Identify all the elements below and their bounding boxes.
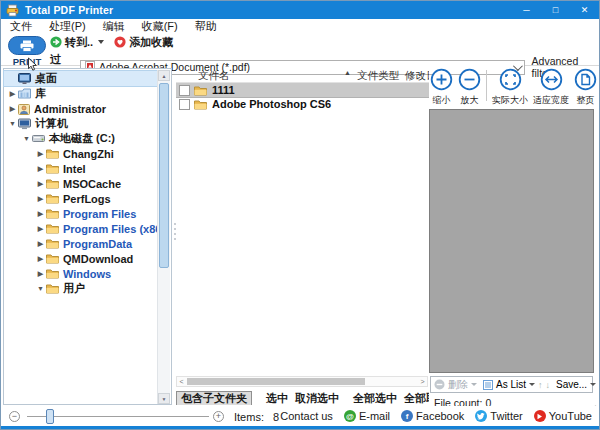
list-view-icon: [483, 380, 493, 390]
user-icon: [18, 103, 30, 115]
window-title: Total PDF Printer: [25, 4, 113, 16]
menu-item[interactable]: 帮助: [195, 19, 217, 34]
tree-item[interactable]: ▶Program Files: [4, 206, 158, 221]
file-list-row[interactable]: 1111: [176, 83, 429, 97]
column-filename[interactable]: 文件名: [198, 69, 230, 83]
move-up-icon[interactable]: ↑: [538, 380, 543, 390]
h-scrollbar-thumb[interactable]: [187, 378, 365, 385]
zoom-plus-button[interactable]: 缩小: [430, 68, 453, 107]
link-label: YouTube: [549, 410, 592, 422]
horizontal-scrollbar[interactable]: < >: [176, 376, 428, 387]
add-favorite-button[interactable]: 添加收藏: [114, 35, 173, 50]
tree-item-label: 用户: [63, 281, 85, 296]
expand-arrow-icon[interactable]: ▶: [35, 270, 46, 278]
statusbar: − + Items: 8 Contact us @E-mailfFacebook…: [1, 406, 599, 428]
menu-item[interactable]: 收藏(F): [142, 19, 178, 34]
column-filetype[interactable]: 文件类型: [357, 69, 399, 83]
goto-button[interactable]: 转到..: [50, 35, 104, 50]
tree-item-label: Program Files (x86): [63, 223, 165, 235]
computer-icon: [18, 118, 31, 130]
size-slider[interactable]: [27, 416, 209, 417]
scroll-left-icon[interactable]: <: [177, 377, 186, 386]
menu-item[interactable]: 编辑: [103, 19, 125, 34]
link-label: E-mail: [359, 410, 390, 422]
slider-thumb[interactable]: [46, 409, 54, 424]
tree-item[interactable]: ▶ChangZhi: [4, 146, 158, 161]
maximize-icon[interactable]: □: [541, 1, 570, 19]
tree-item[interactable]: ▶QMDownload: [4, 251, 158, 266]
selection-button-bar: 包含子文件夹选中取消选中全部选中全部取消选中还: [176, 390, 429, 405]
slider-minus-icon[interactable]: −: [9, 411, 20, 422]
folder-icon: [46, 208, 59, 219]
tree-item-label: Program Files: [63, 208, 136, 220]
folder-icon: [194, 99, 207, 110]
menu-item[interactable]: 文件: [10, 19, 32, 34]
delete-button[interactable]: 删除: [448, 378, 468, 392]
zoom-minus-button[interactable]: 放大: [458, 68, 481, 107]
view-mode-dropdown-icon[interactable]: [529, 383, 535, 386]
expand-arrow-icon[interactable]: ▶: [35, 180, 46, 188]
e-mail-link[interactable]: @E-mail: [344, 410, 390, 422]
contact-us-link[interactable]: Contact us: [280, 410, 333, 422]
expand-arrow-icon[interactable]: ▶: [35, 255, 46, 263]
selection-button[interactable]: 全部选中: [353, 391, 397, 406]
expand-arrow-icon[interactable]: ▶: [7, 105, 18, 113]
zoom-page-button[interactable]: 整页: [574, 68, 597, 107]
move-down-icon[interactable]: ↓: [546, 380, 551, 390]
tree-item[interactable]: ▼本地磁盘 (C:): [4, 131, 158, 146]
expand-arrow-icon[interactable]: ▶: [35, 240, 46, 248]
tree-scrollbar-thumb[interactable]: [159, 83, 169, 268]
twitter-link[interactable]: Twitter: [475, 410, 522, 422]
save-dropdown-icon[interactable]: [590, 383, 596, 386]
tree-item[interactable]: ▶MSOCache: [4, 176, 158, 191]
zoom-width-button[interactable]: 适应宽度: [533, 68, 569, 107]
zoom-actual-button[interactable]: 实际大小: [492, 68, 528, 107]
tree-item[interactable]: ▶库: [4, 86, 158, 101]
tree-item[interactable]: ▶Administrator: [4, 101, 158, 116]
menu-item[interactable]: 处理(P): [49, 19, 86, 34]
scroll-up-icon[interactable]: ▲: [158, 70, 170, 81]
close-icon[interactable]: ✕: [570, 1, 599, 19]
tree-item[interactable]: ▶ProgramData: [4, 236, 158, 251]
facebook-link[interactable]: fFacebook: [401, 410, 464, 422]
goto-dropdown-icon: [98, 40, 104, 44]
tree-item-label: ProgramData: [63, 238, 132, 250]
expand-arrow-icon[interactable]: ▶: [35, 150, 46, 158]
expand-arrow-icon[interactable]: ▶: [35, 165, 46, 173]
file-checkbox[interactable]: [179, 85, 190, 96]
expand-arrow-icon[interactable]: ▶: [35, 195, 46, 203]
save-button[interactable]: Save...: [556, 379, 587, 390]
app-window: Total PDF Printer ─ □ ✕ 文件处理(P)编辑收藏(F)帮助…: [0, 0, 600, 430]
scroll-right-icon[interactable]: >: [418, 377, 427, 386]
tree-item[interactable]: ▶Windows: [4, 266, 158, 281]
expand-arrow-icon[interactable]: ▶: [7, 90, 18, 98]
collapse-arrow-icon[interactable]: ▼: [7, 120, 18, 127]
selection-button[interactable]: 取消选中: [295, 391, 339, 406]
goto-arrow-icon: [50, 36, 62, 48]
tree-item[interactable]: ▼计算机: [4, 116, 158, 131]
tree-item[interactable]: ▼用户: [4, 281, 158, 296]
selection-button[interactable]: 包含子文件夹: [176, 391, 252, 406]
expand-arrow-icon[interactable]: ▶: [35, 210, 46, 218]
delete-dropdown-icon[interactable]: [471, 383, 477, 386]
tree-item[interactable]: ▶Program Files (x86): [4, 221, 158, 236]
slider-plus-icon[interactable]: +: [213, 411, 224, 422]
view-mode-button[interactable]: As List: [496, 379, 526, 390]
tree-scrollbar[interactable]: ▲ ▼: [157, 70, 170, 404]
tree-item-label: 桌面: [35, 71, 57, 86]
selection-button[interactable]: 全部取消选中: [404, 391, 429, 406]
items-label: Items:: [234, 411, 264, 423]
tree-item-label: QMDownload: [63, 253, 133, 265]
collapse-arrow-icon[interactable]: ▼: [35, 285, 46, 292]
column-modified-date[interactable]: 修改日期: [405, 69, 429, 83]
minimize-icon[interactable]: ─: [512, 1, 541, 19]
youtube-link[interactable]: YouTube: [534, 410, 592, 422]
file-checkbox[interactable]: [179, 99, 190, 110]
expand-arrow-icon[interactable]: ▶: [35, 225, 46, 233]
file-list-row[interactable]: Adobe Photoshop CS6: [176, 97, 429, 111]
tree-item[interactable]: ▶PerfLogs: [4, 191, 158, 206]
scroll-down-icon[interactable]: ▼: [158, 393, 170, 404]
collapse-arrow-icon[interactable]: ▼: [21, 135, 32, 142]
tree-item[interactable]: ▶Intel: [4, 161, 158, 176]
selection-button[interactable]: 选中: [266, 391, 288, 406]
